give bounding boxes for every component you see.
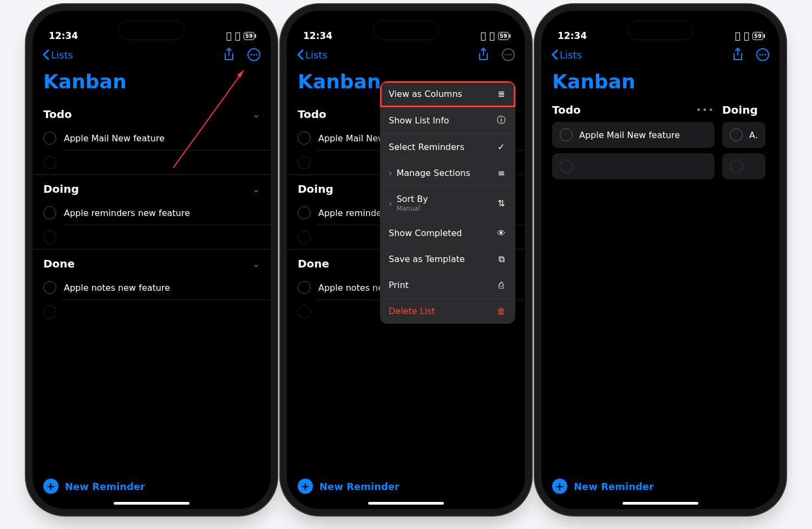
status-time: 12:34 (49, 30, 78, 41)
new-reminder-button[interactable]: + New Reminder (287, 479, 525, 494)
section-name: Todo (298, 108, 326, 121)
dynamic-island (119, 21, 185, 40)
plus-circle-icon: + (298, 479, 313, 494)
phone-3: 12:34 􀙇 􀙈 59 Lists Kanban Todo ••• (541, 11, 780, 509)
radio-unchecked-icon[interactable] (43, 132, 56, 145)
columns-icon: ≣ (496, 89, 507, 99)
chevron-left-icon (297, 49, 304, 60)
reminder-row[interactable]: Apple Mail New feature (32, 126, 271, 150)
more-button[interactable] (247, 48, 261, 62)
kanban-card-empty[interactable] (552, 153, 715, 179)
menu-label: Sort By (396, 194, 428, 204)
status-time: 12:34 (558, 30, 587, 41)
svg-point-12 (762, 54, 763, 55)
ellipsis-circle-icon (756, 48, 770, 62)
reminder-text: Apple notes new feature (64, 283, 170, 293)
kanban-card-empty[interactable] (722, 153, 765, 179)
section-name: Doing (43, 182, 79, 195)
wifi-icon: 􀙈 (235, 30, 240, 41)
reminder-row[interactable]: Apple notes new feature (32, 276, 271, 299)
menu-select-reminders[interactable]: Select Reminders ✓ (380, 134, 515, 160)
radio-placeholder-icon (43, 156, 56, 169)
radio-unchecked-icon[interactable] (730, 128, 743, 141)
new-reminder-label: New Reminder (65, 481, 145, 492)
svg-point-7 (505, 54, 506, 55)
menu-view-as-columns[interactable]: View as Columns ≣ (380, 81, 515, 107)
home-indicator[interactable] (114, 502, 189, 505)
menu-delete-list[interactable]: Delete List 🗑 (380, 298, 515, 324)
back-button[interactable]: Lists (297, 49, 328, 61)
more-button[interactable] (756, 48, 770, 62)
home-indicator[interactable] (368, 502, 444, 505)
info-icon: ⓘ (496, 115, 507, 126)
share-button[interactable] (477, 48, 489, 62)
radio-unchecked-icon (298, 206, 311, 219)
reminder-row-empty[interactable] (32, 300, 271, 324)
section-name: Doing (298, 182, 333, 195)
signal-icon: 􀙇 (226, 30, 232, 41)
radio-placeholder-icon (560, 160, 573, 173)
radio-unchecked-icon[interactable] (43, 281, 56, 294)
sections-icon: ≡ (496, 168, 507, 178)
section-header-done[interactable]: Done ⌄ (32, 250, 271, 276)
section-name: Todo (43, 108, 72, 121)
menu-save-template[interactable]: Save as Template ⧉ (380, 246, 515, 272)
column-name: Todo (552, 103, 581, 116)
radio-placeholder-icon (298, 156, 311, 169)
svg-point-2 (253, 54, 254, 55)
svg-point-3 (256, 54, 257, 55)
radio-placeholder-icon (298, 231, 311, 244)
reminder-row-empty[interactable] (32, 151, 271, 174)
menu-show-list-info[interactable]: Show List Info ⓘ (380, 107, 515, 134)
back-label: Lists (560, 49, 582, 61)
kanban-card[interactable]: Apple Mail New feature (552, 122, 715, 148)
share-button[interactable] (732, 48, 744, 62)
battery-icon: 59 (752, 32, 763, 40)
radio-unchecked-icon[interactable] (560, 128, 573, 141)
menu-manage-sections[interactable]: ›Manage Sections ≡ (380, 160, 515, 186)
menu-label: Select Reminders (389, 142, 464, 152)
section-header-todo[interactable]: Todo ⌄ (32, 100, 271, 126)
plus-circle-icon: + (43, 479, 58, 494)
phone-1: 12:34 􀙇 􀙈 59 Lists Kanban Todo ⌄ (32, 11, 271, 509)
menu-show-completed[interactable]: Show Completed 👁 (380, 220, 515, 246)
wifi-icon: 􀙈 (489, 30, 495, 41)
radio-placeholder-icon (730, 160, 743, 173)
reminder-row-empty[interactable] (32, 225, 271, 249)
new-reminder-label: New Reminder (574, 481, 654, 492)
menu-print[interactable]: Print ⎙ (380, 272, 515, 298)
card-text: Apple Mail New feature (579, 130, 680, 140)
section-header-doing[interactable]: Doing ⌄ (32, 175, 271, 201)
kanban-column-todo: Todo ••• Apple Mail New feature (552, 100, 715, 185)
kanban-card[interactable]: Appl (722, 122, 765, 148)
sort-icon: ⇅ (496, 198, 507, 208)
chevron-down-icon: ⌄ (253, 184, 260, 194)
section-name: Done (43, 257, 75, 270)
back-button[interactable]: Lists (42, 49, 73, 61)
home-indicator[interactable] (623, 502, 698, 505)
page-title: Kanban (32, 67, 271, 100)
menu-sublabel: Manual (396, 205, 428, 212)
menu-sort-by[interactable]: ›Sort ByManual ⇅ (380, 186, 515, 220)
eye-icon: 👁 (496, 228, 507, 238)
radio-unchecked-icon[interactable] (43, 206, 56, 219)
trash-icon: 🗑 (496, 306, 507, 316)
menu-label: Print (389, 280, 409, 290)
back-label: Lists (305, 49, 328, 61)
radio-placeholder-icon (43, 231, 56, 244)
share-icon (223, 48, 235, 62)
page-title: Kanban (541, 67, 780, 100)
share-button[interactable] (223, 48, 235, 62)
new-reminder-button[interactable]: + New Reminder (32, 479, 271, 494)
share-icon (732, 48, 744, 62)
column-more-button[interactable]: ••• (696, 105, 715, 115)
back-button[interactable]: Lists (551, 49, 582, 61)
more-button[interactable] (501, 48, 515, 62)
svg-point-13 (764, 54, 766, 55)
radio-unchecked-icon (298, 132, 311, 145)
section-name: Done (298, 257, 329, 270)
new-reminder-button[interactable]: + New Reminder (541, 479, 780, 494)
menu-label: Save as Template (389, 254, 465, 264)
kanban-columns[interactable]: Todo ••• Apple Mail New feature Doing Ap… (541, 100, 780, 185)
reminder-row[interactable]: Apple reminders new feature (32, 201, 271, 225)
